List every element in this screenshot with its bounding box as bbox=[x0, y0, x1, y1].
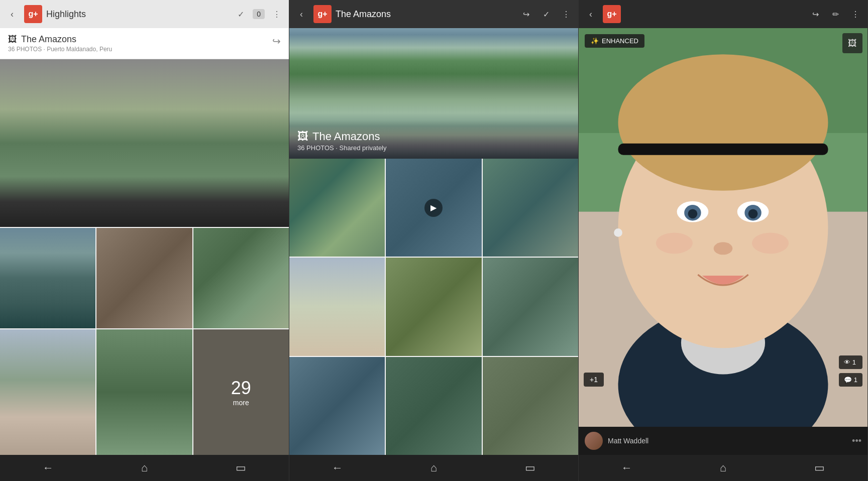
svg-point-15 bbox=[714, 242, 733, 255]
bottom-nav-p2: ← ⌂ ▭ bbox=[289, 455, 578, 481]
more-overlay-p1: 29 more bbox=[193, 329, 289, 455]
back-button-p3[interactable]: ‹ bbox=[583, 6, 599, 22]
nav-home-p1[interactable]: ⌂ bbox=[129, 458, 159, 478]
hero-title-p2: 🖼 The Amazons bbox=[297, 130, 570, 143]
full-photo-p3[interactable]: ✨ ENHANCED 🖼 +1 👁 1 💬 1 bbox=[579, 28, 867, 427]
gplus-logo-p3: g+ bbox=[603, 5, 621, 23]
nav-recent-p3[interactable]: ▭ bbox=[804, 458, 834, 478]
more-text-p1: more bbox=[233, 399, 249, 407]
photo-8-p2[interactable] bbox=[386, 357, 481, 455]
views-button-p3[interactable]: 👁 1 bbox=[839, 355, 862, 369]
hero-meta-p2: 36 PHOTOS · Shared privately bbox=[297, 144, 570, 152]
photo-5-p2[interactable] bbox=[386, 258, 481, 355]
photo-grid-p2: ▶ bbox=[289, 159, 578, 455]
more-icon-p2[interactable]: ⋮ bbox=[558, 6, 574, 22]
nav-back-p2[interactable]: ← bbox=[322, 458, 353, 478]
album-meta-p1: 36 PHOTOS · Puerto Maldanado, Peru bbox=[8, 46, 112, 53]
more-number-p1: 29 bbox=[231, 378, 251, 399]
topbar-album: ‹ g+ The Amazons ↪ ✓ ⋮ bbox=[289, 0, 578, 28]
nav-home-p3[interactable]: ⌂ bbox=[708, 458, 738, 478]
topbar-title-p1: Highlights bbox=[46, 9, 229, 20]
photo-icon-button-p3[interactable]: 🖼 bbox=[842, 33, 862, 53]
panel-album: ‹ g+ The Amazons ↪ ✓ ⋮ 🖼 The Amazons 36 … bbox=[289, 0, 579, 481]
photo-3-p2[interactable] bbox=[483, 159, 578, 257]
album-info-p1: 🖼 The Amazons 36 PHOTOS · Puerto Maldana… bbox=[8, 34, 112, 53]
photo-1-p2[interactable] bbox=[289, 159, 385, 257]
share-icon-p2[interactable]: ↪ bbox=[518, 6, 534, 22]
photo-2-p1[interactable] bbox=[0, 228, 95, 328]
comments-count-p3: 1 bbox=[854, 376, 857, 384]
back-button-p1[interactable]: ‹ bbox=[4, 6, 20, 22]
enhanced-badge-p3[interactable]: ✨ ENHANCED bbox=[585, 34, 644, 48]
photo-actions-p3: 👁 1 💬 1 bbox=[839, 355, 862, 387]
comment-more-p3[interactable]: ••• bbox=[852, 436, 861, 446]
photo-6-p1[interactable] bbox=[96, 329, 192, 455]
hero-overlay-p2: 🖼 The Amazons 36 PHOTOS · Shared private… bbox=[289, 120, 578, 159]
svg-point-7 bbox=[618, 54, 828, 191]
back-button-p2[interactable]: ‹ bbox=[293, 6, 309, 22]
photo-2-p2[interactable]: ▶ bbox=[386, 159, 481, 257]
bottom-nav-p1: ← ⌂ ▭ bbox=[0, 455, 289, 481]
photo-4-p2[interactable] bbox=[289, 258, 385, 355]
check-icon-p1[interactable]: ✓ bbox=[233, 6, 249, 22]
album-title-icon-p1: 🖼 bbox=[8, 34, 17, 45]
video-play-p2[interactable]: ▶ bbox=[386, 159, 481, 257]
commenter-name-p3: Matt Waddell bbox=[608, 437, 847, 445]
comments-button-p3[interactable]: 💬 1 bbox=[839, 373, 862, 387]
svg-point-11 bbox=[688, 209, 698, 218]
check-icon-p2[interactable]: ✓ bbox=[538, 6, 554, 22]
hero-photo-p2[interactable]: 🖼 The Amazons 36 PHOTOS · Shared private… bbox=[289, 28, 578, 159]
plus-one-button-p3[interactable]: +1 bbox=[584, 373, 604, 387]
svg-rect-8 bbox=[618, 144, 828, 155]
photo-svg-p3 bbox=[579, 28, 867, 427]
eye-icon-p3: 👁 bbox=[844, 358, 850, 366]
hero-title-text-p2: The Amazons bbox=[312, 130, 380, 143]
play-icon-p2: ▶ bbox=[424, 199, 443, 217]
bottom-nav-p3: ← ⌂ ▭ bbox=[579, 455, 867, 481]
badge-p1: 0 bbox=[253, 9, 265, 19]
photo-6-p2[interactable] bbox=[483, 258, 578, 355]
nav-home-p2[interactable]: ⌂ bbox=[418, 458, 449, 478]
svg-point-14 bbox=[748, 209, 758, 218]
photo-3-p1[interactable] bbox=[96, 228, 192, 328]
svg-point-18 bbox=[752, 232, 789, 254]
topbar-title-p2: The Amazons bbox=[336, 9, 514, 20]
topbar-highlights: ‹ g+ Highlights ✓ 0 ⋮ bbox=[0, 0, 289, 28]
panel-photo: ‹ g+ ↪ ✏ ⋮ bbox=[579, 0, 868, 481]
panel-highlights: ‹ g+ Highlights ✓ 0 ⋮ 🖼 The Amazons 36 P… bbox=[0, 0, 289, 481]
photo-9-p2[interactable] bbox=[483, 357, 578, 455]
photo-grid-p1: 29 more bbox=[0, 59, 289, 455]
comment-icon-p3: 💬 bbox=[844, 376, 852, 384]
enhanced-label-p3: ENHANCED bbox=[602, 37, 638, 45]
gplus-logo-p1: g+ bbox=[24, 5, 42, 23]
enhanced-icon-p3: ✨ bbox=[591, 37, 599, 45]
svg-point-16 bbox=[614, 228, 622, 237]
gplus-logo-p2: g+ bbox=[313, 5, 332, 23]
photo-4-p1[interactable] bbox=[193, 228, 289, 328]
album-title-p1: 🖼 The Amazons bbox=[8, 34, 112, 45]
more-icon-p3[interactable]: ⋮ bbox=[847, 6, 863, 22]
photo-row2-p1 bbox=[0, 228, 289, 328]
share-icon-p3[interactable]: ↪ bbox=[807, 6, 823, 22]
svg-point-17 bbox=[656, 232, 693, 254]
photo-7-p2[interactable] bbox=[289, 357, 385, 455]
edit-icon-p3[interactable]: ✏ bbox=[827, 6, 843, 22]
more-icon-p1[interactable]: ⋮ bbox=[269, 6, 285, 22]
views-count-p3: 1 bbox=[852, 358, 856, 366]
nav-recent-p2[interactable]: ▭ bbox=[515, 458, 545, 478]
share-button-p1[interactable]: ↪ bbox=[272, 35, 281, 47]
more-cell-p1[interactable]: 29 more bbox=[193, 329, 289, 455]
hero-title-icon-p2: 🖼 bbox=[297, 130, 308, 143]
photo-row3-p1: 29 more bbox=[0, 329, 289, 455]
nav-recent-p1[interactable]: ▭ bbox=[226, 458, 256, 478]
photo-5-p1[interactable] bbox=[0, 329, 95, 455]
nav-back-p1[interactable]: ← bbox=[33, 458, 63, 478]
avatar-p3 bbox=[585, 432, 603, 450]
photo-1-p1[interactable] bbox=[0, 59, 289, 227]
nav-back-p3[interactable]: ← bbox=[612, 458, 642, 478]
comment-bar-p3: Matt Waddell ••• bbox=[579, 427, 867, 455]
album-title-text-p1: The Amazons bbox=[21, 34, 76, 45]
photo-icon-glyph-p3: 🖼 bbox=[848, 38, 857, 49]
topbar-photo: ‹ g+ ↪ ✏ ⋮ bbox=[579, 0, 867, 28]
album-header-p1: 🖼 The Amazons 36 PHOTOS · Puerto Maldana… bbox=[0, 28, 289, 59]
